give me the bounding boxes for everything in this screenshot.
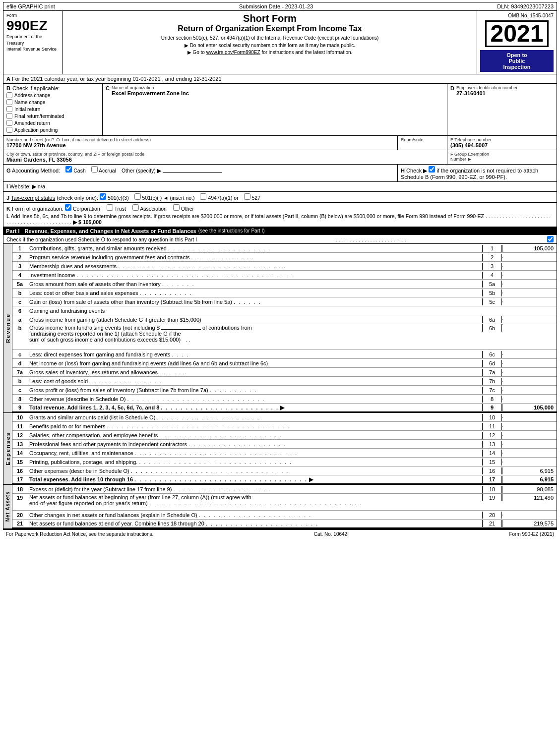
line-5a-desc: Gross amount from sale of assets other t…	[27, 281, 482, 288]
line-13-box: 13	[482, 441, 502, 448]
line-15-box: 15	[482, 459, 502, 465]
irs-link[interactable]: www.irs.gov/Form990EZ	[206, 50, 260, 55]
part1-header: Part I Revenue, Expenses, and Changes in…	[3, 227, 557, 235]
line-14-amount	[502, 453, 557, 454]
line-6a-num: a	[12, 317, 27, 323]
other-value[interactable]	[163, 172, 222, 173]
section-k-row: K Form of organization: Corporation Trus…	[6, 204, 554, 212]
section-j: J Tax-exempt status (check only one): 50…	[3, 192, 557, 203]
name-change-checkbox[interactable]	[6, 99, 12, 105]
phone-block: E Telephone number (305) 494-5007	[447, 136, 557, 150]
fgroup-block: F Group Exemption Number ▶	[447, 150, 557, 164]
initial-return-checkbox[interactable]	[6, 106, 12, 112]
cash-checkbox[interactable]	[65, 166, 72, 173]
line-10-amount	[502, 417, 557, 418]
final-return-checkbox[interactable]	[6, 113, 12, 119]
form-word: Form	[6, 13, 60, 18]
k-other[interactable]: Other	[173, 206, 194, 212]
j-501c3-checkbox[interactable]	[100, 193, 106, 200]
expenses-label: Expenses	[5, 432, 11, 465]
expenses-side-label: Expenses	[3, 413, 12, 484]
line-5c-box: 5c	[482, 298, 502, 305]
line-6-amount	[502, 310, 557, 311]
address-change-label: Address change	[14, 93, 50, 98]
k-trust[interactable]: Trust	[107, 206, 127, 212]
k-assoc-checkbox[interactable]	[132, 204, 139, 211]
line-8-box: 8	[482, 396, 502, 403]
phone-label: E Telephone number	[450, 137, 554, 142]
amended-return-checkbox[interactable]	[6, 120, 12, 126]
ein-label: Employer identification number	[456, 85, 518, 90]
line-5b-amount	[502, 292, 557, 293]
line-12-num: 12	[12, 432, 27, 438]
revenue-lines: 1 Contributions, gifts, grants, and simi…	[12, 244, 557, 412]
line-19-num: 19	[12, 494, 27, 501]
other-label: Other (specify) ▶	[122, 168, 161, 174]
footer-left: For Paperwork Reduction Act Notice, see …	[6, 531, 153, 537]
section-d: D Employer identification number 27-3160…	[447, 84, 557, 135]
cash-option[interactable]: Cash	[65, 168, 87, 174]
line-7a-desc: Gross sales of inventory, less returns a…	[27, 369, 482, 376]
k-trust-checkbox[interactable]	[107, 204, 113, 211]
net-assets-section: Net Assets 18 Excess or (deficit) for th…	[3, 485, 557, 529]
line-8-num: 8	[12, 396, 27, 402]
line-13: 13 Professional fees and other payments …	[12, 440, 557, 449]
line-6d-amount	[502, 363, 557, 364]
line-3-desc: Membership dues and assessments . . . . …	[27, 263, 482, 270]
footer-center: Cat. No. 10642I	[314, 531, 349, 537]
line-5b: b Less: cost or other basis and sales ex…	[12, 289, 557, 297]
app-pending-checkbox[interactable]	[6, 127, 12, 133]
j-4947[interactable]: 4947(a)(1) or	[200, 195, 240, 201]
expenses-lines: 10 Grants and similar amounts paid (list…	[12, 413, 557, 484]
line-18-amount: 98,085	[502, 486, 557, 493]
accrual-label: Accrual	[99, 168, 116, 174]
line-14-desc: Occupancy, rent, utilities, and maintena…	[27, 450, 482, 457]
part1-dots-check: . . . . . . . . . . . . . . . . . . . . …	[336, 236, 407, 242]
k-assoc[interactable]: Association	[132, 206, 168, 212]
line-20: 20 Other changes in net assets or fund b…	[12, 511, 557, 520]
line-1-box: 1	[482, 245, 502, 252]
k-other-checkbox[interactable]	[173, 204, 180, 211]
j-501c[interactable]: 501(c)( ) ◄ (insert no.)	[134, 195, 196, 201]
cash-label: Cash	[73, 168, 86, 174]
address-row: Number and street (or P. O. box, if mail…	[3, 136, 557, 150]
section-c: C Name of organization Excel Empowerment…	[103, 84, 447, 135]
j-501c3[interactable]: 501(c)(3)	[100, 195, 130, 201]
line-15-amount	[502, 462, 557, 463]
fgroup-label: F Group Exemption Number ▶	[450, 152, 554, 162]
line-3-num: 3	[12, 263, 27, 269]
j-501c-checkbox[interactable]	[134, 193, 141, 200]
dln: DLN: 93492023007223	[497, 3, 554, 9]
part1-check-checkbox[interactable]	[547, 236, 554, 242]
j-4947-checkbox[interactable]	[200, 193, 206, 200]
accrual-checkbox[interactable]	[91, 166, 98, 173]
revenue-label: Revenue	[5, 313, 11, 343]
line-14-box: 14	[482, 450, 502, 457]
accrual-option[interactable]: Accrual	[91, 168, 118, 174]
line-6b-desc: Gross income from fundraising events (no…	[27, 324, 482, 343]
line-9-amount: 105,000	[502, 404, 557, 411]
street-address-block: Number and street (or P. O. box, if mail…	[3, 136, 398, 150]
address-change-checkbox[interactable]	[6, 92, 12, 98]
k-corp[interactable]: Corporation	[65, 206, 102, 212]
j-527-checkbox[interactable]	[244, 193, 250, 200]
section-l-value: 105,000	[83, 219, 102, 225]
expenses-section: Expenses 10 Grants and similar amounts p…	[3, 413, 557, 485]
city-row: City or town, state or province, country…	[3, 150, 557, 165]
main-header: Form 990EZ Department of the Treasury In…	[3, 11, 557, 74]
section-j-text: Tax-exempt status (check only one):	[11, 195, 100, 201]
j-527[interactable]: 527	[244, 195, 260, 201]
section-h-checkbox[interactable]	[429, 166, 435, 173]
line-11: 11 Benefits paid to or for members . . .…	[12, 422, 557, 431]
section-i-text: Website: ▶	[9, 183, 36, 189]
line-6b: b Gross income from fundraising events (…	[12, 324, 557, 350]
dept-info: Department of the Treasury Internal Reve…	[6, 34, 60, 53]
section-i-label: I	[6, 183, 8, 189]
section-g: G Accounting Method: Cash Accrual Other …	[3, 165, 398, 181]
k-corp-checkbox[interactable]	[65, 204, 71, 211]
line-13-desc: Professional fees and other payments to …	[27, 441, 482, 448]
section-h: H Check ▶ if the organization is not req…	[398, 165, 557, 181]
line-4-num: 4	[12, 272, 27, 278]
line-7a-num: 7a	[12, 369, 27, 375]
line-6b-amount	[502, 324, 557, 325]
